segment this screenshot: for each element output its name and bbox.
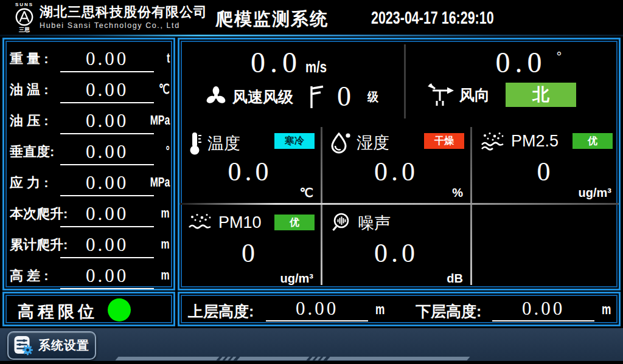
logo: SUNS 三思 湖北三思科技股份有限公司 Hubei Sansi Technol… xyxy=(15,0,207,35)
metric-unit: m xyxy=(161,267,170,283)
metric-unit: ° xyxy=(166,143,170,159)
metric-row-weight: 重 量 : 0.00 t xyxy=(4,43,173,74)
wind-level-value: 0 xyxy=(337,83,356,111)
metric-row-stress: 应 力 : 0.00 MPa xyxy=(4,167,173,198)
upper-height-unit: m xyxy=(375,301,385,318)
page-title: 爬模监测系统 xyxy=(215,7,329,32)
metric-label: 油 温 : xyxy=(10,81,49,99)
metric-value: 0.00 xyxy=(60,261,154,289)
sensor-unit: ug/m³ xyxy=(579,186,611,200)
metric-unit: t xyxy=(167,50,170,66)
metric-label: 应 力 : xyxy=(10,174,49,192)
metric-value: 0.00 xyxy=(60,44,154,72)
logo-sansi-text: 三思 xyxy=(19,27,30,33)
metric-value: 0.00 xyxy=(60,75,154,103)
header: SUNS 三思 湖北三思科技股份有限公司 Hubei Sansi Technol… xyxy=(0,0,623,35)
metric-label: 重 量 : xyxy=(10,50,49,68)
elevation-limit-label: 高程限位 xyxy=(18,301,98,323)
metric-row-oil-pressure: 油 压 : 0.00 MPa xyxy=(4,105,173,136)
metric-label: 垂直度: xyxy=(10,143,54,161)
metric-row-oil-temp: 油 温 : 0.00 ℃ xyxy=(4,74,173,105)
sensor-cell-noise: 噪声 0.0 dB xyxy=(322,205,470,289)
sensor-name: 湿度 xyxy=(357,132,389,154)
dust-icon xyxy=(187,212,213,233)
wind-direction-unit: ° xyxy=(557,49,562,65)
sensor-unit: dB xyxy=(447,272,463,286)
company-name-cn: 湖北三思科技股份有限公司 xyxy=(40,5,207,19)
elevation-limit-box: 高程限位 xyxy=(2,292,175,326)
droplet-icon xyxy=(330,131,351,155)
wind-speed-cell: 0.0m/s 风速风级 xyxy=(179,39,404,123)
wind-speed-value: 0.0 xyxy=(251,46,302,78)
company-name: 湖北三思科技股份有限公司 Hubei Sansi Technology Co.,… xyxy=(40,5,207,29)
footer-stripe-segment xyxy=(115,357,219,360)
sensor-name: 噪声 xyxy=(358,212,391,234)
sensor-cell-temperature: 温度 寒冷 0.0 ℃ xyxy=(179,123,321,203)
sensor-unit: ℃ xyxy=(300,185,313,200)
sensor-grid: 温度 寒冷 0.0 ℃ 湿度 干燥 0.0 % xyxy=(179,123,619,289)
sensor-cell-empty xyxy=(472,205,619,289)
grid-vertical-divider xyxy=(470,127,472,285)
sensor-name: PM2.5 xyxy=(511,132,559,151)
pm10-status-badge: 优 xyxy=(274,215,315,230)
metric-value: 0.00 xyxy=(60,106,154,134)
metric-unit: m xyxy=(161,236,170,252)
lower-height-unit: m xyxy=(602,301,611,318)
grid-vertical-divider xyxy=(321,127,322,285)
metric-row-verticality: 垂直度: 0.00 ° xyxy=(4,136,173,167)
metric-label: 高 差 : xyxy=(10,267,49,285)
footer-stripe-segment xyxy=(327,357,470,360)
metric-unit: MPa xyxy=(150,174,170,190)
elevation-limit-indicator xyxy=(108,298,131,321)
grid-horizontal-divider xyxy=(179,203,619,205)
sensor-unit: ug/m³ xyxy=(280,272,313,286)
wind-direction-label: 风向 xyxy=(459,85,490,105)
wind-speed-unit: m/s xyxy=(305,58,327,77)
wind-speed-label: 风速风级 xyxy=(232,87,293,107)
wind-vane-icon xyxy=(426,83,454,107)
header-accent-line xyxy=(0,35,623,36)
noise-icon xyxy=(330,212,352,234)
thermometer-icon xyxy=(187,131,202,156)
sensor-value: 0 xyxy=(472,159,619,185)
system-settings-button[interactable]: 系统设置 xyxy=(7,331,96,360)
screen: SUNS 三思 湖北三思科技股份有限公司 Hubei Sansi Technol… xyxy=(0,0,623,364)
lower-height-label: 下层高度: xyxy=(416,301,481,321)
footer-bar: 系统设置 xyxy=(0,328,623,364)
metric-row-total-climb: 累计爬升: 0.00 m xyxy=(4,229,173,260)
wind-compass-button[interactable]: 北 xyxy=(506,83,576,107)
footer-stripe-slash xyxy=(320,357,326,360)
upper-height-label: 上层高度: xyxy=(188,301,254,321)
footer-stripe-segment xyxy=(237,357,309,360)
logo-emblem: SUNS 三思 xyxy=(15,2,34,33)
metric-value: 0.00 xyxy=(60,137,154,165)
humidity-status-badge: 干燥 xyxy=(424,133,464,149)
layer-heights-box: 上层高度: 0.00 m 下层高度: 0.00 m xyxy=(178,292,621,326)
wind-level-unit: 级 xyxy=(367,89,378,105)
sensor-value: 0.0 xyxy=(322,240,470,267)
metric-unit: m xyxy=(161,205,170,221)
sensor-cell-humidity: 湿度 干燥 0.0 % xyxy=(322,123,470,203)
wind-section: 0.0m/s 风速风级 xyxy=(179,39,619,123)
upper-height-value: 0.00 xyxy=(266,295,368,321)
company-name-en: Hubei Sansi Technology Co., Ltd xyxy=(40,21,207,30)
sensor-name: PM10 xyxy=(218,213,262,232)
metric-label: 油 压 : xyxy=(10,112,49,130)
wind-direction-cell: 0.0° 风向 北 xyxy=(406,39,619,123)
sensor-unit: % xyxy=(452,186,463,200)
sensor-cell-pm10: PM10 优 0 ug/m³ xyxy=(179,205,321,289)
temperature-status-badge: 寒冷 xyxy=(274,133,315,149)
metric-unit: MPa xyxy=(150,112,170,128)
metric-row-height-diff: 高 差 : 0.00 m xyxy=(4,260,173,291)
sensor-value: 0 xyxy=(179,240,321,267)
metric-value: 0.00 xyxy=(60,230,154,258)
metric-value: 0.00 xyxy=(60,199,154,227)
sensor-value: 0.0 xyxy=(179,159,321,185)
sensor-value: 0.0 xyxy=(322,159,470,185)
metric-value: 0.00 xyxy=(60,168,154,196)
metric-unit: ℃ xyxy=(159,81,170,97)
wind-direction-value: 0.0 xyxy=(496,46,547,78)
sliders-gear-icon xyxy=(13,335,33,356)
environment-panel: 0.0m/s 风速风级 xyxy=(178,38,621,290)
footer-stripe-slash xyxy=(230,357,236,360)
